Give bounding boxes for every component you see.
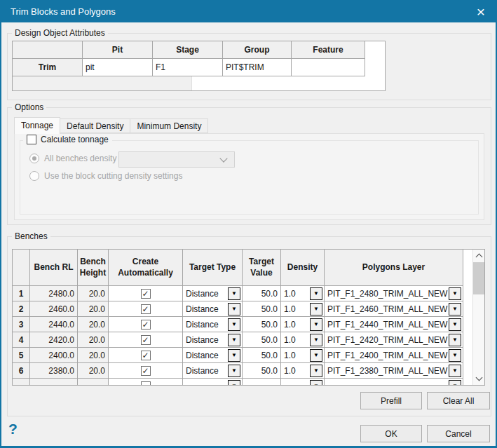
density-dropdown-button[interactable]: ▼ <box>310 349 322 362</box>
tab-tonnage[interactable]: Tonnage <box>14 117 60 134</box>
polygons-layer-dropdown-button[interactable]: ▼ <box>449 303 461 315</box>
density-cell[interactable]: 1.0▼ <box>281 348 325 363</box>
target-value-cell[interactable] <box>243 379 281 386</box>
target-type-cell[interactable]: Distance▼ <box>183 301 243 317</box>
target-value-cell[interactable]: 50.0 <box>243 286 281 301</box>
target-type-cell[interactable]: Distance▼ <box>183 286 243 301</box>
target-type-dropdown-button[interactable]: ▼ <box>228 349 240 362</box>
bench-rl-cell[interactable]: 2460.0 <box>30 301 78 317</box>
create-automatically-cell[interactable]: ✓ <box>109 348 183 363</box>
density-cell[interactable]: 1.0▼ <box>281 332 325 348</box>
density-dropdown-button[interactable]: ▼ <box>310 318 322 331</box>
bench-height-cell[interactable]: 20.0 <box>78 286 109 301</box>
target-type-cell[interactable]: ▼ <box>183 379 243 386</box>
create-automatically-checkbox[interactable]: ✓ <box>141 335 151 345</box>
polygons-layer-cell[interactable]: PIT_F1_2420_TRIM_ALL_NEW▼ <box>325 332 463 348</box>
row-number-cell[interactable]: 3 <box>13 317 30 332</box>
bench-rl-cell[interactable]: 2400.0 <box>30 348 78 363</box>
target-type-dropdown-button[interactable]: ▼ <box>228 303 240 315</box>
target-value-cell[interactable]: 50.0 <box>243 332 281 348</box>
create-automatically-checkbox[interactable] <box>141 381 151 386</box>
cancel-button[interactable]: Cancel <box>427 425 490 442</box>
polygons-layer-dropdown-button[interactable]: ▼ <box>449 287 461 300</box>
polygons-layer-dropdown-button[interactable]: ▼ <box>449 349 461 362</box>
density-cell[interactable]: ▼ <box>281 379 325 386</box>
create-automatically-checkbox[interactable]: ✓ <box>141 351 151 360</box>
target-value-cell[interactable]: 50.0 <box>243 348 281 363</box>
scroll-up-button[interactable] <box>473 250 484 262</box>
density-dropdown-button[interactable]: ▼ <box>310 380 322 386</box>
create-automatically-cell[interactable] <box>109 379 183 386</box>
create-automatically-checkbox[interactable]: ✓ <box>141 304 151 314</box>
row-number-cell[interactable]: 6 <box>13 363 30 379</box>
target-value-cell[interactable]: 50.0 <box>243 301 281 317</box>
create-automatically-cell[interactable]: ✓ <box>109 317 183 332</box>
attr-group-cell[interactable]: PIT$TRIM <box>223 59 292 76</box>
polygons-layer-cell[interactable]: PIT_F1_2380_TRIM_ALL_NEW▼ <box>325 363 463 379</box>
density-cell[interactable]: 1.0▼ <box>281 301 325 317</box>
target-value-cell[interactable]: 50.0 <box>243 363 281 379</box>
density-cell[interactable]: 1.0▼ <box>281 363 325 379</box>
bench-height-cell[interactable]: 20.0 <box>78 301 109 317</box>
bench-height-cell[interactable]: 20.0 <box>78 317 109 332</box>
density-cell[interactable]: 1.0▼ <box>281 317 325 332</box>
clear-all-button[interactable]: Clear All <box>427 392 490 409</box>
polygons-layer-cell[interactable]: ▼ <box>325 379 463 386</box>
ok-button[interactable]: OK <box>360 425 422 442</box>
row-number-cell[interactable]: 4 <box>13 332 30 348</box>
prefill-button[interactable]: Prefill <box>360 392 422 409</box>
target-type-dropdown-button[interactable]: ▼ <box>228 318 240 331</box>
bench-rl-cell[interactable]: 2480.0 <box>30 286 78 301</box>
target-type-cell[interactable]: Distance▼ <box>183 348 243 363</box>
help-icon[interactable]: ? <box>8 421 18 437</box>
density-dropdown-button[interactable]: ▼ <box>310 334 322 346</box>
polygons-layer-dropdown-button[interactable]: ▼ <box>449 380 461 386</box>
bench-height-cell[interactable]: 20.0 <box>78 348 109 363</box>
calculate-tonnage-checkbox[interactable] <box>27 135 36 144</box>
bench-rl-cell[interactable] <box>30 379 78 386</box>
target-type-dropdown-button[interactable]: ▼ <box>228 380 240 386</box>
target-type-cell[interactable]: Distance▼ <box>183 363 243 379</box>
polygons-layer-cell[interactable]: PIT_F1_2400_TRIM_ALL_NEW▼ <box>325 348 463 363</box>
attr-stage-cell[interactable]: F1 <box>153 59 223 76</box>
row-number-cell[interactable] <box>13 379 30 386</box>
density-cell[interactable]: 1.0▼ <box>281 286 325 301</box>
scroll-down-button[interactable] <box>473 373 484 385</box>
benches-scrollbar[interactable] <box>472 250 484 385</box>
row-number-cell[interactable]: 5 <box>13 348 30 363</box>
bench-height-cell[interactable] <box>78 379 109 386</box>
bench-height-cell[interactable]: 20.0 <box>78 363 109 379</box>
target-type-dropdown-button[interactable]: ▼ <box>228 334 240 346</box>
tab-minimum-density[interactable]: Minimum Density <box>130 118 208 133</box>
create-automatically-cell[interactable]: ✓ <box>109 332 183 348</box>
density-dropdown-button[interactable]: ▼ <box>310 287 322 300</box>
create-automatically-cell[interactable]: ✓ <box>109 286 183 301</box>
bench-height-cell[interactable]: 20.0 <box>78 332 109 348</box>
row-number-cell[interactable]: 1 <box>13 286 30 301</box>
polygons-layer-cell[interactable]: PIT_F1_2460_TRIM_ALL_NEW▼ <box>325 301 463 317</box>
polygons-layer-cell[interactable]: PIT_F1_2480_TRIM_ALL_NEW▼ <box>325 286 463 301</box>
target-value-cell[interactable]: 50.0 <box>243 317 281 332</box>
attr-pit-cell[interactable]: pit <box>83 59 153 76</box>
row-number-cell[interactable]: 2 <box>13 301 30 317</box>
close-button[interactable]: × <box>470 2 491 20</box>
create-automatically-cell[interactable]: ✓ <box>109 301 183 317</box>
create-automatically-cell[interactable]: ✓ <box>109 363 183 379</box>
create-automatically-checkbox[interactable]: ✓ <box>141 320 151 330</box>
polygons-layer-dropdown-button[interactable]: ▼ <box>449 334 461 346</box>
target-type-dropdown-button[interactable]: ▼ <box>228 365 240 377</box>
target-type-cell[interactable]: Distance▼ <box>183 317 243 332</box>
density-dropdown-button[interactable]: ▼ <box>310 303 322 315</box>
polygons-layer-dropdown-button[interactable]: ▼ <box>449 365 461 377</box>
target-type-dropdown-button[interactable]: ▼ <box>228 287 240 300</box>
tab-default-density[interactable]: Default Density <box>60 118 130 133</box>
density-dropdown-button[interactable]: ▼ <box>310 365 322 377</box>
bench-rl-cell[interactable]: 2380.0 <box>30 363 78 379</box>
bench-rl-cell[interactable]: 2440.0 <box>30 317 78 332</box>
target-type-cell[interactable]: Distance▼ <box>183 332 243 348</box>
create-automatically-checkbox[interactable]: ✓ <box>141 289 151 299</box>
scrollbar-thumb[interactable] <box>473 262 484 294</box>
polygons-layer-dropdown-button[interactable]: ▼ <box>449 318 461 331</box>
create-automatically-checkbox[interactable]: ✓ <box>141 366 151 376</box>
bench-rl-cell[interactable]: 2420.0 <box>30 332 78 348</box>
